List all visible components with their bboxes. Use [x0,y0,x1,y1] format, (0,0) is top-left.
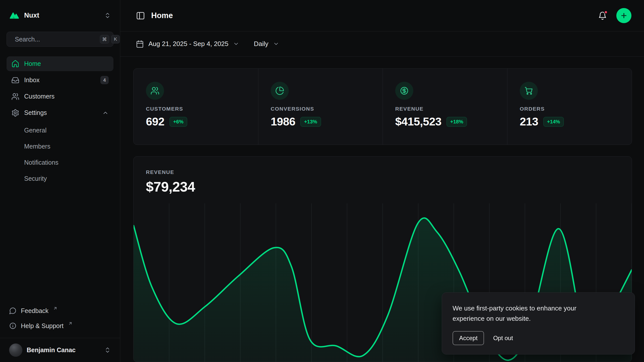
stat-delta-badge: +14% [543,117,564,127]
stat-label: CONVERSIONS [271,106,383,112]
granularity-label: Daily [254,40,268,48]
sidebar-item-label: Inbox [24,76,39,84]
nuxt-logo-icon [9,10,20,21]
stat-revenue[interactable]: REVENUE $415,523 +18% [383,69,507,145]
stat-label: REVENUE [395,106,507,112]
brand: Nuxt [9,10,39,21]
cart-icon [520,82,538,100]
external-link-icon [68,321,73,326]
sidebar-item-settings[interactable]: Settings [7,105,113,120]
stat-conversions[interactable]: CONVERSIONS 1986 +13% [258,69,383,145]
user-menu[interactable]: Benjamin Canac [7,338,113,362]
sidebar: Nuxt ⌘ K Home Inbox 4 [0,0,120,362]
brand-name: Nuxt [24,12,39,19]
sidebar-item-label: General [24,127,47,134]
sidebar-item-members[interactable]: Members [7,139,113,154]
sidebar-item-label: Settings [24,109,47,116]
sidebar-item-security[interactable]: Security [7,171,113,186]
stats-card: CUSTOMERS 692 +6% CONVERSIONS 1986 +13% [133,68,632,145]
search-input[interactable] [15,36,96,43]
sidebar-item-label: Customers [24,93,55,100]
search-kbd-hints: ⌘ K [100,35,120,43]
inbox-icon [11,76,19,84]
workspace-switcher[interactable]: Nuxt [7,0,113,31]
chevron-up-icon [102,110,109,116]
date-range-label: Aug 21, 2025 - Sep 4, 2025 [148,40,228,48]
sidebar-item-customers[interactable]: Customers [7,89,113,104]
sidebar-item-inbox[interactable]: Inbox 4 [7,73,113,87]
users-icon [146,82,164,100]
kbd-k: K [111,35,120,43]
chevrons-up-down-icon [104,347,111,353]
stat-value: $415,523 [395,115,441,128]
chevrons-up-down-icon[interactable] [104,12,111,19]
gear-icon [11,109,19,117]
revenue-chart-value: $79,234 [146,179,632,195]
stat-value: 692 [146,115,165,128]
stat-delta-badge: +18% [447,117,467,127]
sidebar-item-label: Members [24,143,50,150]
sidebar-item-label: Security [24,175,47,182]
notifications-button[interactable] [598,11,607,20]
notification-dot [604,10,608,14]
avatar [9,343,22,357]
stat-value: 213 [520,115,538,128]
header-actions [598,8,631,23]
sidebar-footer: Feedback Help & Support [7,303,113,334]
stat-orders[interactable]: ORDERS 213 +14% [507,69,632,145]
cookie-banner: We use first-party cookies to enhance yo… [442,292,635,354]
chevron-down-icon [233,41,239,47]
page-header: Home [120,0,644,31]
chat-icon [9,307,17,314]
settings-children: General Members Notifications Security [7,123,113,186]
help-support-label: Help & Support [21,322,64,330]
cookie-optout-button[interactable]: Opt out [493,335,513,342]
revenue-chart-label: REVENUE [146,169,632,175]
stat-label: CUSTOMERS [146,106,258,112]
inbox-count-badge: 4 [100,76,109,84]
sidebar-item-notifications[interactable]: Notifications [7,155,113,170]
kbd-cmd: ⌘ [100,35,109,43]
user-name: Benjamin Canac [27,346,100,354]
panel-left-icon[interactable] [136,11,145,20]
cookie-accept-button[interactable]: Accept [453,331,484,345]
sidebar-item-general[interactable]: General [7,123,113,138]
chevron-down-icon [273,41,279,47]
sidebar-item-label: Home [24,60,41,67]
search-box[interactable]: ⌘ K [7,32,113,47]
filters-toolbar: Aug 21, 2025 - Sep 4, 2025 Daily [120,31,644,57]
stat-value: 1986 [271,115,295,128]
stat-label: ORDERS [520,106,632,112]
cookie-message: We use first-party cookies to enhance yo… [453,303,603,324]
stat-delta-badge: +6% [170,117,187,127]
add-button[interactable] [616,8,631,23]
plus-icon [620,12,628,20]
feedback-label: Feedback [21,307,49,314]
sidebar-item-home[interactable]: Home [7,56,113,71]
date-range-picker[interactable]: Aug 21, 2025 - Sep 4, 2025 [136,40,239,48]
page-title: Home [151,11,173,20]
granularity-select[interactable]: Daily [254,40,279,48]
help-support-link[interactable]: Help & Support [7,318,113,333]
sidebar-nav: Home Inbox 4 Customers Settings General [7,56,113,186]
pie-chart-icon [271,82,289,100]
info-icon [9,322,17,330]
dollar-circle-icon [395,82,413,100]
sidebar-item-label: Notifications [24,159,58,166]
external-link-icon [53,306,58,311]
home-icon [11,60,19,68]
users-icon [11,93,19,101]
calendar-icon [136,40,144,48]
feedback-link[interactable]: Feedback [7,303,113,318]
stat-customers[interactable]: CUSTOMERS 692 +6% [134,69,258,145]
stat-delta-badge: +13% [300,117,321,127]
